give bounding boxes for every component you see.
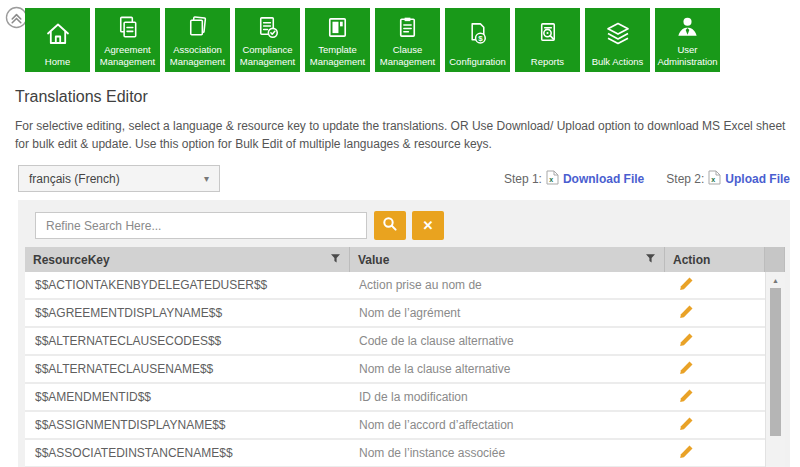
- scrollbar-corner: [765, 247, 785, 272]
- resource-key-cell: $$ACTIONTAKENBYDELEGATEDUSER$$: [25, 278, 350, 292]
- nav-tile-configuration[interactable]: $ Configuration: [445, 8, 510, 72]
- table-row: $$ALTERNATECLAUSECODES$$ Code de la clau…: [25, 328, 765, 356]
- nav-tile-template-management[interactable]: Template Management: [305, 8, 370, 72]
- pencil-icon: [679, 419, 694, 434]
- nav-tile-user-administration[interactable]: User Administration: [655, 8, 720, 72]
- pencil-icon: [679, 335, 694, 350]
- home-icon: [44, 11, 72, 56]
- table-row: $$AMENDMENTID$$ ID de la modification: [25, 384, 765, 412]
- excel-file-icon: x: [546, 170, 559, 188]
- nav-tile-bulk-actions[interactable]: Bulk Actions: [585, 8, 650, 72]
- edit-button[interactable]: [679, 276, 694, 291]
- grid-body: $$ACTIONTAKENBYDELEGATEDUSER$$ Action pr…: [25, 272, 765, 467]
- column-header-label: Action: [673, 253, 710, 267]
- resource-key-cell: $$ALTERNATECLAUSENAME$$: [25, 362, 350, 376]
- search-button[interactable]: [374, 211, 406, 240]
- nav-tile-label: Home: [45, 56, 70, 68]
- filter-icon[interactable]: [645, 253, 656, 267]
- document-currency-icon: $: [464, 11, 491, 56]
- nav-tile-label: Association Management: [166, 44, 229, 68]
- step2-label: Step 2:: [666, 172, 704, 186]
- value-cell: Code de la clause alternative: [350, 334, 665, 348]
- resource-key-cell: $$AGREEMENTDISPLAYNAME$$: [25, 306, 350, 320]
- resource-key-cell: $$ALTERNATECLAUSECODES$$: [25, 334, 350, 348]
- nav-tile-home[interactable]: Home: [25, 8, 90, 72]
- pencil-icon: [679, 447, 694, 462]
- scrollbar-thumb[interactable]: [770, 288, 781, 436]
- table-row: $$ASSIGNMENTDISPLAYNAME$$ Nom de l’accor…: [25, 412, 765, 440]
- step1-label: Step 1:: [504, 172, 542, 186]
- pencil-icon: [679, 279, 694, 294]
- scroll-up-arrow-icon[interactable]: ▲: [766, 275, 785, 286]
- agreement-documents-icon: [114, 11, 141, 44]
- value-cell: ID de la modification: [350, 390, 665, 404]
- edit-button[interactable]: [679, 332, 694, 347]
- main-nav: Home Agreement Management Association Ma…: [25, 8, 720, 72]
- edit-button[interactable]: [679, 444, 694, 459]
- column-header-action: Action: [665, 247, 765, 272]
- document-check-icon: [254, 11, 281, 44]
- search-input[interactable]: [35, 212, 367, 239]
- svg-text:x: x: [712, 176, 716, 183]
- template-layout-icon: [324, 11, 351, 44]
- nav-tile-label: Bulk Actions: [592, 56, 644, 68]
- nav-tile-label: Compliance Management: [236, 44, 299, 68]
- pencil-icon: [679, 391, 694, 406]
- download-file-link[interactable]: x Download File: [546, 170, 644, 188]
- edit-button[interactable]: [679, 304, 694, 319]
- nav-tile-label: Agreement Management: [96, 44, 159, 68]
- edit-button[interactable]: [679, 388, 694, 403]
- svg-text:$: $: [478, 34, 483, 43]
- user-icon: [674, 11, 701, 44]
- table-row: $$AGREEMENTDISPLAYNAME$$ Nom de l’agréme…: [25, 300, 765, 328]
- column-header-value: Value: [350, 247, 665, 272]
- table-row: $$ACTIONTAKENBYDELEGATEDUSER$$ Action pr…: [25, 272, 765, 300]
- value-cell: Nom de l’accord d’affectation: [350, 418, 665, 432]
- search-icon: [382, 216, 398, 235]
- nav-tile-label: Clause Management: [376, 44, 439, 68]
- page-description: For selective editing, select a language…: [15, 117, 791, 153]
- report-magnifier-icon: [534, 11, 561, 56]
- edit-button[interactable]: [679, 360, 694, 375]
- column-header-label: ResourceKey: [33, 253, 110, 267]
- clipboard-icon: [394, 11, 421, 44]
- pencil-icon: [679, 363, 694, 378]
- pencil-icon: [679, 307, 694, 322]
- value-cell: Nom de la clause alternative: [350, 362, 665, 376]
- chevron-down-icon: ▾: [204, 173, 209, 184]
- nav-tile-agreement-management[interactable]: Agreement Management: [95, 8, 160, 72]
- nav-tile-clause-management[interactable]: Clause Management: [375, 8, 440, 72]
- column-header-resourcekey: ResourceKey: [25, 247, 350, 272]
- translations-editor-screen: Home Agreement Management Association Ma…: [0, 0, 800, 467]
- download-upload-steps: Step 1: x Download File Step 2: x Up: [504, 170, 790, 188]
- nav-tile-label: Template Management: [306, 44, 369, 68]
- download-file-label: Download File: [563, 172, 644, 186]
- layers-icon: [604, 11, 632, 56]
- nav-tile-label: Reports: [531, 56, 564, 68]
- value-cell: Nom de l’agrément: [350, 306, 665, 320]
- table-row: $$ALTERNATECLAUSENAME$$ Nom de la clause…: [25, 356, 765, 384]
- value-cell: Action prise au nom de: [350, 278, 665, 292]
- nav-tile-reports[interactable]: Reports: [515, 8, 580, 72]
- svg-text:x: x: [549, 176, 553, 183]
- grid-header: ResourceKey Value Action: [25, 247, 785, 272]
- resource-key-cell: $$AMENDMENTID$$: [25, 390, 350, 404]
- excel-file-icon: x: [708, 170, 721, 188]
- clear-search-button[interactable]: ✕: [412, 211, 444, 240]
- nav-tile-association-management[interactable]: Association Management: [165, 8, 230, 72]
- resource-key-cell: $$ASSIGNMENTDISPLAYNAME$$: [25, 418, 350, 432]
- upload-file-label: Upload File: [725, 172, 790, 186]
- resource-key-cell: $$ASSOCIATEDINSTANCENAME$$: [25, 446, 350, 460]
- nav-tile-compliance-management[interactable]: Compliance Management: [235, 8, 300, 72]
- nav-tile-label: Configuration: [449, 56, 506, 68]
- close-icon: ✕: [423, 218, 434, 233]
- filter-icon[interactable]: [330, 253, 341, 267]
- language-dropdown[interactable]: français (French) ▾: [18, 165, 220, 192]
- column-header-label: Value: [358, 253, 389, 267]
- vertical-scrollbar[interactable]: ▲: [765, 272, 785, 467]
- edit-button[interactable]: [679, 416, 694, 431]
- page-title: Translations Editor: [15, 88, 148, 106]
- table-row: $$ASSOCIATEDINSTANCENAME$$ Nom de l’inst…: [25, 440, 765, 467]
- nav-tile-label: User Administration: [656, 44, 719, 68]
- upload-file-link[interactable]: x Upload File: [708, 170, 790, 188]
